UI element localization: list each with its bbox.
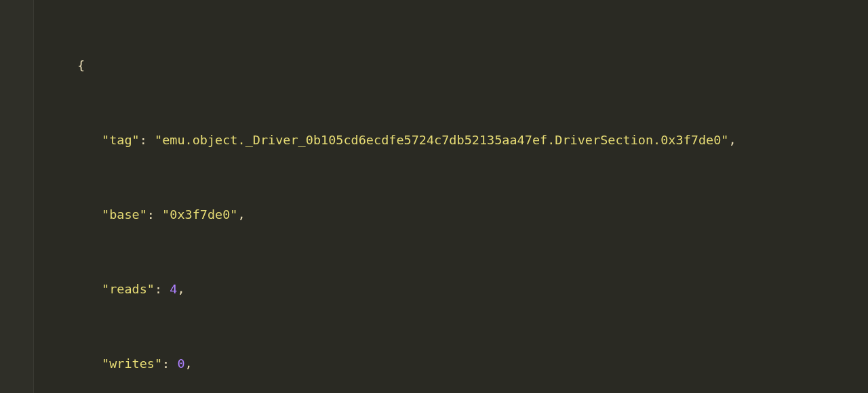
code-content[interactable]: { "tag": "emu.object._Driver_0b105cd6ecd… — [34, 0, 868, 393]
line-number-gutter — [0, 0, 34, 393]
json-kv-tag: "tag": "emu.object._Driver_0b105cd6ecdfe… — [39, 131, 868, 150]
json-kv-reads: "reads": 4, — [39, 280, 868, 299]
json-kv-base: "base": "0x3f7de0", — [39, 205, 868, 224]
json-brace-open: { — [39, 56, 868, 75]
code-editor[interactable]: { "tag": "emu.object._Driver_0b105cd6ecd… — [0, 0, 868, 393]
json-kv-writes: "writes": 0, — [39, 354, 868, 373]
